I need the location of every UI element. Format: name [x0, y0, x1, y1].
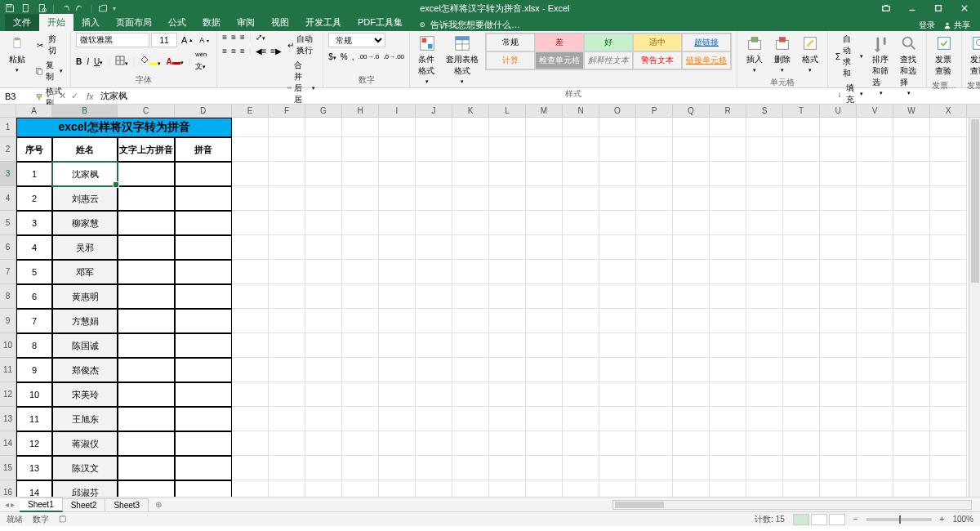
cell[interactable] — [673, 456, 710, 480]
cell[interactable] — [342, 235, 379, 260]
cell[interactable] — [893, 162, 930, 186]
cell[interactable] — [599, 162, 636, 186]
cell[interactable] — [452, 309, 489, 333]
column-header[interactable]: O — [599, 105, 636, 117]
cell[interactable] — [416, 137, 452, 162]
cell[interactable] — [710, 382, 746, 407]
cell[interactable]: 拼音 — [175, 137, 232, 162]
cell[interactable] — [930, 431, 967, 456]
cell[interactable] — [232, 382, 269, 407]
tab-pdf[interactable]: PDF工具集 — [350, 14, 411, 31]
cell[interactable] — [783, 118, 820, 137]
cell[interactable] — [673, 186, 710, 211]
ribbon-options-icon[interactable] — [874, 1, 898, 16]
cell[interactable] — [563, 118, 599, 137]
cell[interactable] — [489, 118, 526, 137]
cell[interactable] — [930, 456, 967, 480]
cell[interactable] — [783, 358, 820, 382]
underline-button[interactable]: U▾ — [94, 57, 103, 66]
cell[interactable] — [232, 309, 269, 333]
row-header[interactable]: 6 — [0, 235, 16, 260]
column-header[interactable]: B — [52, 105, 118, 117]
cell[interactable] — [930, 358, 967, 382]
cell[interactable] — [746, 137, 783, 162]
formula-input[interactable]: 沈家枫 — [97, 90, 980, 102]
cell[interactable] — [599, 333, 636, 358]
row-header[interactable]: 11 — [0, 358, 16, 382]
cell[interactable] — [526, 309, 563, 333]
cell[interactable] — [269, 358, 305, 382]
cell[interactable] — [746, 260, 783, 284]
cell[interactable] — [379, 333, 416, 358]
cell[interactable] — [710, 431, 746, 456]
cell[interactable] — [783, 260, 820, 284]
cell[interactable] — [636, 309, 673, 333]
cell[interactable] — [599, 358, 636, 382]
cell[interactable] — [636, 333, 673, 358]
cell[interactable] — [563, 431, 599, 456]
cell[interactable] — [526, 358, 563, 382]
cell[interactable] — [305, 358, 342, 382]
zoom-slider[interactable] — [866, 518, 932, 521]
cell[interactable] — [636, 456, 673, 480]
cell[interactable] — [379, 309, 416, 333]
close-icon[interactable] — [952, 1, 977, 16]
cell[interactable] — [118, 235, 175, 260]
cell[interactable] — [489, 358, 526, 382]
cell[interactable]: 1 — [16, 162, 52, 186]
column-header[interactable]: X — [930, 105, 967, 117]
cell[interactable] — [820, 358, 857, 382]
cell[interactable] — [710, 284, 746, 309]
cell[interactable] — [452, 480, 489, 497]
cell[interactable] — [416, 186, 452, 211]
cell[interactable] — [599, 431, 636, 456]
fill-color-button[interactable]: ▾ — [140, 56, 161, 67]
cell[interactable] — [710, 309, 746, 333]
cell[interactable] — [232, 358, 269, 382]
cell[interactable]: 柳家慧 — [52, 211, 118, 235]
cell[interactable] — [599, 235, 636, 260]
cell[interactable]: 陈国诚 — [52, 333, 118, 358]
cell[interactable] — [710, 186, 746, 211]
cell[interactable] — [416, 480, 452, 497]
cell[interactable] — [857, 407, 893, 431]
cell[interactable] — [526, 162, 563, 186]
cell[interactable] — [673, 284, 710, 309]
sort-filter-button[interactable]: 排序和筛选▾ — [869, 33, 893, 98]
cell[interactable] — [232, 162, 269, 186]
cell[interactable] — [452, 382, 489, 407]
cell[interactable] — [893, 382, 930, 407]
sheet-tab-2[interactable]: Sheet2 — [63, 498, 106, 511]
cell[interactable] — [118, 456, 175, 480]
cell[interactable] — [857, 358, 893, 382]
format-as-table-button[interactable]: 套用表格格式▾ — [443, 33, 482, 87]
cell[interactable] — [820, 260, 857, 284]
decrease-font-icon[interactable]: A▾ — [197, 35, 212, 45]
cell[interactable] — [526, 118, 563, 137]
cells-area[interactable]: excel怎样将汉字转为拼音序号姓名文字上方拼音拼音1沈家枫2刘惠云3柳家慧4吴… — [16, 118, 980, 497]
cell[interactable] — [563, 382, 599, 407]
column-header[interactable]: W — [893, 105, 930, 117]
cell[interactable] — [636, 137, 673, 162]
row-header[interactable]: 4 — [0, 186, 16, 211]
column-header[interactable]: U — [820, 105, 857, 117]
cell[interactable]: 黄惠明 — [52, 284, 118, 309]
tab-review[interactable]: 审阅 — [229, 14, 263, 31]
row-header[interactable]: 16 — [0, 480, 16, 497]
cell[interactable] — [118, 431, 175, 456]
align-left-icon[interactable]: ≡ — [222, 47, 227, 56]
cell[interactable] — [526, 431, 563, 456]
cell[interactable] — [857, 186, 893, 211]
cell[interactable] — [857, 162, 893, 186]
column-header[interactable]: L — [489, 105, 526, 117]
comma-icon[interactable]: , — [352, 52, 354, 61]
cell[interactable] — [452, 284, 489, 309]
cell[interactable] — [820, 431, 857, 456]
cell[interactable] — [783, 480, 820, 497]
percent-icon[interactable]: % — [341, 52, 348, 61]
cell[interactable] — [893, 137, 930, 162]
insert-cells-button[interactable]: 插入▾ — [742, 33, 767, 75]
cell[interactable] — [636, 260, 673, 284]
cell[interactable] — [342, 211, 379, 235]
cell[interactable]: 方慧娟 — [52, 309, 118, 333]
